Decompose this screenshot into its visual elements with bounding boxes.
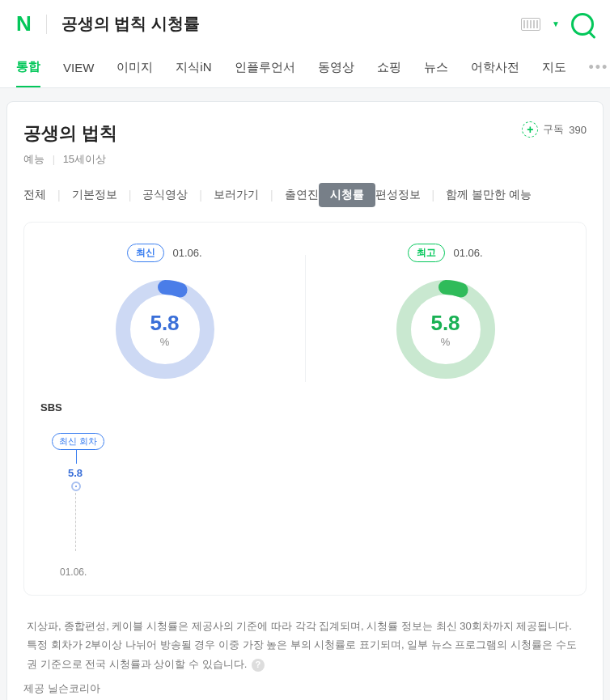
show-genre: 예능 <box>23 153 44 165</box>
card-header: 공생의 법칙 예능 | 15세이상 + 구독 390 <box>23 121 587 167</box>
data-provider: 제공 닐슨코리아 <box>23 681 587 696</box>
nav-tab-integrated[interactable]: 통합 <box>16 48 40 87</box>
meta-separator: | <box>53 153 55 165</box>
x-axis-label: 01.06. <box>60 566 87 578</box>
peak-donut: 5.8 % <box>393 277 498 382</box>
latest-value: 5.8 <box>150 311 179 336</box>
latest-unit: % <box>160 336 170 348</box>
latest-badge: 최신 <box>127 244 164 262</box>
nav-tab-map[interactable]: 지도 <box>542 49 566 87</box>
keyboard-icon[interactable] <box>521 18 540 31</box>
show-meta: 예능 | 15세이상 <box>23 152 117 167</box>
naver-logo[interactable]: N <box>16 11 32 36</box>
header-actions: ▼ <box>521 13 594 36</box>
datapoint-dropline <box>75 493 76 551</box>
peak-value: 5.8 <box>430 311 460 336</box>
subtab-ratings[interactable]: 시청률 <box>319 183 375 207</box>
title-block: 공생의 법칙 예능 | 15세이상 <box>23 121 117 167</box>
channel-label: SBS <box>40 401 570 414</box>
plus-icon: + <box>522 121 538 138</box>
chevron-down-icon[interactable]: ▼ <box>552 19 560 28</box>
search-icon[interactable] <box>571 13 594 36</box>
nav-tab-shopping[interactable]: 쇼핑 <box>377 49 401 87</box>
footnote-text: 지상파, 종합편성, 케이블 시청률은 제공사의 기준에 따라 각각 집계되며,… <box>27 620 577 670</box>
show-age-rating: 15세이상 <box>63 153 106 165</box>
nav-tab-jisikin[interactable]: 지식iN <box>176 49 211 87</box>
nav-tab-video[interactable]: 동영상 <box>318 49 354 87</box>
subtab-related[interactable]: 함께 볼만한 예능 <box>446 183 532 207</box>
header-top: N 공생의 법칙 시청률 ▼ <box>0 0 610 48</box>
header: N 공생의 법칙 시청률 ▼ 통합 VIEW 이미지 지식iN 인플루언서 동영… <box>0 0 610 88</box>
more-icon[interactable]: ••• <box>589 59 609 76</box>
nav-tabs: 통합 VIEW 이미지 지식iN 인플루언서 동영상 쇼핑 뉴스 어학사전 지도… <box>0 48 610 87</box>
gauge-latest: 최신 01.06. 5.8 % <box>24 244 305 382</box>
subtab-watch[interactable]: 보러가기 <box>214 183 259 207</box>
peak-unit: % <box>441 336 451 348</box>
gauge-peak: 최고 01.06. 5.8 % <box>305 244 586 382</box>
sub-tabs: 전체| 기본정보| 공식영상| 보러가기| 출연진 시청률 편성정보| 함께 볼… <box>23 183 587 207</box>
divider <box>46 15 47 34</box>
nav-tab-dictionary[interactable]: 어학사전 <box>471 49 519 87</box>
badge-connector <box>76 449 77 464</box>
search-query-text[interactable]: 공생의 법칙 시청률 <box>61 13 521 35</box>
latest-donut: 5.8 % <box>112 277 218 382</box>
episode-chart: SBS 최신 회차 5.8 01.06. <box>24 382 586 579</box>
subtab-official-video[interactable]: 공식영상 <box>142 183 188 207</box>
chart-plot: 최신 회차 5.8 01.06. <box>40 433 570 579</box>
peak-badge: 최고 <box>408 244 445 262</box>
subtab-schedule[interactable]: 편성정보 <box>375 183 421 207</box>
datapoint-dot[interactable] <box>71 482 81 491</box>
subtab-basic[interactable]: 기본정보 <box>72 183 117 207</box>
subscribe-block[interactable]: + 구독 390 <box>522 121 587 138</box>
datapoint-value: 5.8 <box>68 467 83 479</box>
peak-date: 01.06. <box>453 247 482 259</box>
subtab-cast[interactable]: 출연진 <box>285 183 319 207</box>
ratings-panel: 최신 01.06. 5.8 % 최고 01.06. <box>23 222 587 596</box>
latest-date: 01.06. <box>172 247 201 259</box>
ratings-footnote: 지상파, 종합편성, 케이블 시청률은 제공사의 기준에 따라 각각 집계되며,… <box>23 617 587 673</box>
content-card: 공생의 법칙 예능 | 15세이상 + 구독 390 전체| 기본정보| 공식영… <box>6 101 604 700</box>
nav-tab-news[interactable]: 뉴스 <box>424 49 448 87</box>
subtab-all[interactable]: 전체 <box>23 183 46 207</box>
nav-tab-image[interactable]: 이미지 <box>116 49 153 87</box>
show-title[interactable]: 공생의 법칙 <box>23 121 117 146</box>
nav-tab-view[interactable]: VIEW <box>63 49 94 86</box>
help-icon[interactable]: ? <box>252 659 265 672</box>
nav-tab-influencer[interactable]: 인플루언서 <box>235 49 295 87</box>
subscribe-label: 구독 <box>543 122 564 137</box>
latest-episode-badge: 최신 회차 <box>52 433 104 450</box>
subscribe-count: 390 <box>569 124 587 136</box>
gauges-row: 최신 01.06. 5.8 % 최고 01.06. <box>24 244 586 382</box>
